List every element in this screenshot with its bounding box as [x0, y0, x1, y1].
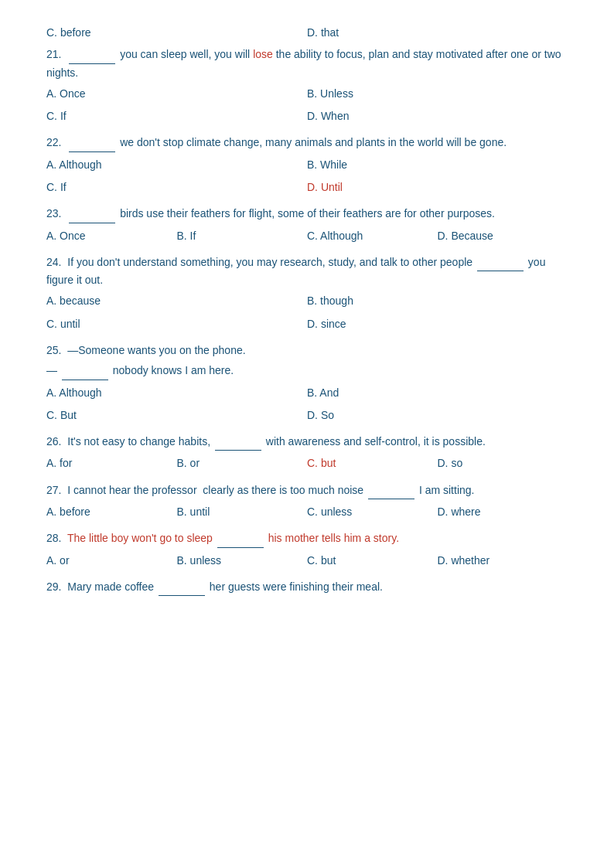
q25-blank: [62, 362, 108, 380]
q27-text: 27. I cannot hear the professor clearly …: [46, 482, 568, 499]
option-c-before: C. before: [46, 23, 307, 43]
q27-opt-a: A. before: [46, 502, 177, 522]
q22-opt-a: A. Although: [46, 155, 307, 175]
header-options: C. before D. that: [46, 23, 568, 43]
q24-opt-b: B. though: [307, 291, 568, 311]
option-d-that: D. that: [307, 23, 568, 43]
q21-opt-d: D. When: [307, 107, 568, 126]
question-24: 24. If you don't understand something, y…: [46, 254, 568, 334]
q29-blank: [159, 578, 205, 596]
q28-options: A. or B. unless C. but D. whether: [46, 551, 568, 570]
question-27: 27. I cannot hear the professor clearly …: [46, 482, 568, 523]
q28-opt-c: C. but: [307, 551, 438, 570]
q23-opt-c: C. Although: [307, 226, 438, 246]
q22-options: A. Although B. While: [46, 155, 568, 175]
q25-text-1: 25. —Someone wants you on the phone.: [46, 342, 568, 359]
question-23: 23. birds use their feathers for flight,…: [46, 205, 568, 246]
q24-text: 24. If you don't understand something, y…: [46, 254, 568, 289]
q21-opt-b: B. Unless: [307, 84, 568, 104]
q28-opt-d: D. whether: [438, 551, 568, 570]
q26-opt-b: B. or: [177, 454, 308, 473]
q25-opt-a: A. Although: [46, 383, 307, 403]
q23-blank: [69, 205, 115, 223]
q23-opt-d: D. Because: [438, 226, 568, 246]
q26-opt-a: A. for: [46, 454, 177, 473]
q28-opt-a: A. or: [46, 551, 177, 570]
q26-opt-d: D. so: [438, 454, 568, 473]
q25-text-2: — nobody knows I am here.: [46, 362, 568, 380]
q27-options: A. before B. until C. unless D. where: [46, 502, 568, 522]
question-28: 28. The little boy won't go to sleep his…: [46, 529, 568, 570]
q23-opt-a: A. Once: [46, 226, 177, 246]
q21-options: A. Once B. Unless: [46, 84, 568, 104]
q25-opt-d: D. So: [307, 406, 568, 425]
q25-opt-b: B. And: [307, 383, 568, 403]
question-25: 25. —Someone wants you on the phone. — n…: [46, 342, 568, 425]
q26-text: 26. It's not easy to change habits, with…: [46, 433, 568, 451]
q28-opt-b: B. unless: [177, 551, 308, 570]
q22-options-2: C. If D. Until: [46, 178, 568, 197]
q29-text: 29. Mary made coffee her guests were fin…: [46, 578, 568, 596]
q27-opt-b: B. until: [177, 502, 308, 522]
q22-opt-b: B. While: [307, 155, 568, 175]
q21-options-2: C. If D. When: [46, 107, 568, 126]
q25-options-2: C. But D. So: [46, 406, 568, 425]
q22-opt-c: C. If: [46, 178, 307, 197]
q24-opt-a: A. because: [46, 291, 307, 311]
q26-options: A. for B. or C. but D. so: [46, 454, 568, 473]
q24-blank: [477, 254, 524, 271]
q24-options: A. because B. though: [46, 291, 568, 311]
q23-options: A. Once B. If C. Although D. Because: [46, 226, 568, 246]
q27-blank: [368, 482, 414, 499]
exam-content: C. before D. that 21. you can sleep well…: [46, 23, 568, 596]
q25-options: A. Although B. And: [46, 383, 568, 403]
q27-opt-d: D. where: [438, 502, 568, 522]
q24-opt-d: D. since: [307, 315, 568, 334]
question-29: 29. Mary made coffee her guests were fin…: [46, 578, 568, 596]
q26-opt-c: C. but: [307, 454, 438, 473]
q21-opt-a: A. Once: [46, 84, 307, 104]
q21-opt-c: C. If: [46, 107, 307, 126]
q22-text: 22. we don't stop climate change, many a…: [46, 134, 568, 151]
q28-text: 28. The little boy won't go to sleep his…: [46, 529, 568, 547]
q23-text: 23. birds use their feathers for flight,…: [46, 205, 568, 223]
question-22: 22. we don't stop climate change, many a…: [46, 134, 568, 197]
q21-blank: [69, 46, 115, 63]
q22-opt-d: D. Until: [307, 178, 568, 197]
q26-blank: [215, 433, 261, 451]
q24-options-2: C. until D. since: [46, 315, 568, 334]
question-26: 26. It's not easy to change habits, with…: [46, 433, 568, 474]
q27-opt-c: C. unless: [307, 502, 438, 522]
question-21: 21. you can sleep well, you will lose th…: [46, 46, 568, 126]
q24-opt-c: C. until: [46, 315, 307, 334]
q21-text: 21. you can sleep well, you will lose th…: [46, 46, 568, 81]
q28-blank: [217, 529, 264, 547]
q22-blank: [69, 134, 115, 151]
q25-opt-c: C. But: [46, 406, 307, 425]
q23-opt-b: B. If: [177, 226, 308, 246]
